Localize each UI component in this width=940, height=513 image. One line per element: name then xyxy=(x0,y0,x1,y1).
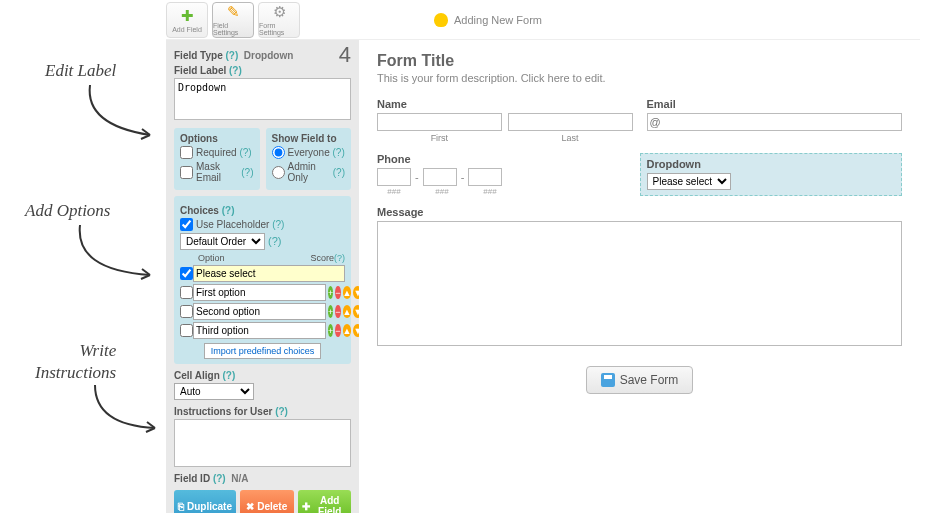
delete-button[interactable]: ✖Delete xyxy=(240,490,294,513)
add-icon[interactable]: + xyxy=(328,324,333,337)
field-id-label: Field ID (?) N/A xyxy=(174,473,351,484)
choice-check[interactable] xyxy=(180,324,193,337)
help-icon[interactable]: (?) xyxy=(213,473,226,484)
choice-order-select[interactable]: Default Order xyxy=(180,233,265,250)
help-icon[interactable]: (?) xyxy=(275,406,288,417)
admin-only-radio[interactable]: Admin Only (?) xyxy=(272,161,346,183)
help-icon[interactable]: (?) xyxy=(226,50,239,61)
tab-field-settings[interactable]: ✎Field Settings xyxy=(212,2,254,38)
last-name-input[interactable] xyxy=(508,113,633,131)
field-label-label: Field Label (?) xyxy=(174,65,351,76)
tab-label: Field Settings xyxy=(213,22,253,36)
instructions-input[interactable] xyxy=(174,419,351,467)
remove-icon[interactable]: − xyxy=(335,305,340,318)
choice-row: +−▲▼ xyxy=(180,303,345,320)
up-icon[interactable]: ▲ xyxy=(343,286,352,299)
dropdown-field-selected[interactable]: Dropdown Please select xyxy=(640,153,903,196)
help-icon[interactable]: (?) xyxy=(239,147,251,158)
help-icon[interactable]: (?) xyxy=(272,219,284,230)
choice-text[interactable] xyxy=(193,284,326,301)
cell-align-label: Cell Align (?) xyxy=(174,370,351,381)
remove-icon[interactable]: − xyxy=(335,286,340,299)
field-label: Phone xyxy=(377,153,626,165)
step-number: 4 xyxy=(339,42,351,68)
gear-icon: ⚙ xyxy=(273,3,286,21)
dropdown-input[interactable]: Please select xyxy=(647,173,731,190)
form-canvas: Form Title This is your form description… xyxy=(359,40,920,513)
hint: Adding New Form xyxy=(434,13,542,27)
choices-panel: Choices (?) Use Placeholder (?) Default … xyxy=(174,196,351,364)
arrow-icon xyxy=(70,220,170,290)
email-field[interactable]: Email xyxy=(647,98,903,143)
choice-text[interactable] xyxy=(193,265,345,282)
sublabel: Last xyxy=(508,133,633,143)
up-icon[interactable]: ▲ xyxy=(343,305,352,318)
phone-part[interactable] xyxy=(377,168,411,186)
choices-header: OptionScore(?) xyxy=(180,253,345,263)
x-icon: ✖ xyxy=(246,501,254,512)
help-icon[interactable]: (?) xyxy=(241,167,253,178)
help-icon[interactable]: (?) xyxy=(333,167,345,178)
field-type-value: Dropdown xyxy=(244,50,293,61)
save-icon xyxy=(601,373,615,387)
form-description[interactable]: This is your form description. Click her… xyxy=(377,72,902,84)
everyone-radio[interactable]: Everyone (?) xyxy=(272,146,346,159)
choice-row xyxy=(180,265,345,282)
up-icon[interactable]: ▲ xyxy=(343,324,352,337)
options-panel: Options Required (?) Mask Email (?) xyxy=(174,128,260,190)
sublabel: ### xyxy=(377,187,411,196)
form-title[interactable]: Form Title xyxy=(377,52,902,70)
help-icon[interactable]: (?) xyxy=(223,370,236,381)
name-field[interactable]: Name FirstLast xyxy=(377,98,633,143)
field-label: Message xyxy=(377,206,902,218)
add-icon[interactable]: + xyxy=(328,305,333,318)
add-field-button[interactable]: ✚Add Field xyxy=(298,490,352,513)
choice-row: +−▲▼ xyxy=(180,322,345,339)
choice-text[interactable] xyxy=(193,322,326,339)
help-icon[interactable]: (?) xyxy=(268,235,281,247)
sublabel: First xyxy=(377,133,502,143)
choices-heading: Choices (?) xyxy=(180,205,345,216)
help-icon[interactable]: (?) xyxy=(334,253,345,263)
arrow-icon xyxy=(80,80,170,150)
duplicate-button[interactable]: ⎘Duplicate xyxy=(174,490,236,513)
import-choices-button[interactable]: Import predefined choices xyxy=(204,343,322,359)
field-label-input[interactable]: Dropdown xyxy=(174,78,351,120)
instructions-label: Instructions for User (?) xyxy=(174,406,351,417)
field-label: Email xyxy=(647,98,903,110)
tab-add-field[interactable]: ✚Add Field xyxy=(166,2,208,38)
save-form-button[interactable]: Save Form xyxy=(586,366,694,394)
field-label: Dropdown xyxy=(647,158,896,170)
help-icon[interactable]: (?) xyxy=(333,147,345,158)
remove-icon[interactable]: − xyxy=(335,324,340,337)
use-placeholder-checkbox[interactable]: Use Placeholder (?) xyxy=(180,218,345,231)
phone-part[interactable] xyxy=(423,168,457,186)
choice-text[interactable] xyxy=(193,303,326,320)
add-icon[interactable]: + xyxy=(328,286,333,299)
pencil-icon: ✎ xyxy=(227,3,240,21)
choice-check[interactable] xyxy=(180,267,193,280)
mask-email-checkbox[interactable]: Mask Email (?) xyxy=(180,161,254,183)
show-heading: Show Field to xyxy=(272,133,346,144)
choice-check[interactable] xyxy=(180,286,193,299)
phone-part[interactable] xyxy=(468,168,502,186)
tab-label: Add Field xyxy=(172,26,202,33)
plus-icon: ✚ xyxy=(181,7,194,25)
tab-label: Form Settings xyxy=(259,22,299,36)
copy-icon: ⎘ xyxy=(178,501,184,512)
first-name-input[interactable] xyxy=(377,113,502,131)
help-icon[interactable]: (?) xyxy=(229,65,242,76)
options-heading: Options xyxy=(180,133,254,144)
choice-check[interactable] xyxy=(180,305,193,318)
phone-field[interactable]: Phone -- ######### xyxy=(377,153,626,196)
message-field[interactable]: Message xyxy=(377,206,902,348)
annotation-edit-label: Edit Label xyxy=(45,60,116,82)
bulb-icon xyxy=(434,13,448,27)
help-icon[interactable]: (?) xyxy=(222,205,235,216)
tab-form-settings[interactable]: ⚙Form Settings xyxy=(258,2,300,38)
message-input[interactable] xyxy=(377,221,902,346)
email-input[interactable] xyxy=(647,113,903,131)
field-settings-panel: 4 Field Type (?) Dropdown Field Label (?… xyxy=(166,40,359,513)
required-checkbox[interactable]: Required (?) xyxy=(180,146,254,159)
cell-align-select[interactable]: Auto xyxy=(174,383,254,400)
